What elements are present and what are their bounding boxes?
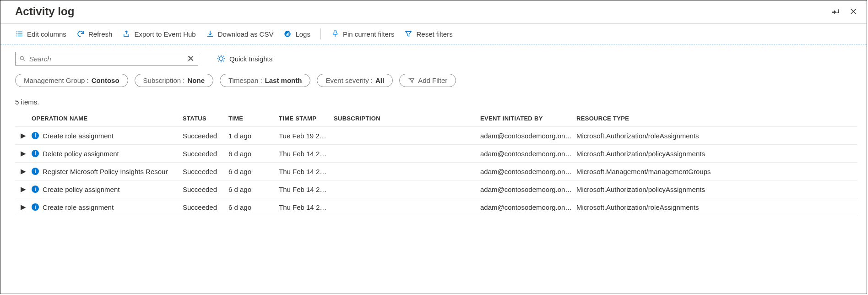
cell-initiated-by: adam@contosodemoorg.on… <box>480 132 576 140</box>
cell-time: 6 d ago <box>228 203 279 211</box>
info-icon: i <box>32 186 39 193</box>
cell-operation: Create role assignment <box>43 132 114 140</box>
col-status[interactable]: STATUS <box>183 115 228 122</box>
add-filter-label: Add Filter <box>418 76 447 84</box>
col-time[interactable]: TIME <box>228 115 279 122</box>
filter-management-group[interactable]: Management Group : Contoso <box>15 74 128 87</box>
toolbar-separator <box>320 28 321 39</box>
col-timestamp[interactable]: TIME STAMP <box>279 115 334 122</box>
cell-initiated-by: adam@contosodemoorg.on… <box>480 168 576 175</box>
download-label: Download as CSV <box>218 30 274 38</box>
page-title: Activity log <box>15 5 832 18</box>
expand-icon[interactable]: ▶ <box>21 167 26 175</box>
info-icon: i <box>32 168 39 175</box>
svg-rect-0 <box>16 32 17 33</box>
search-input[interactable] <box>26 55 187 63</box>
cell-operation: Delete policy assignment <box>43 150 119 158</box>
grid-header: OPERATION NAME STATUS TIME TIME STAMP SU… <box>15 109 857 127</box>
filter-sev-label: Event severity : <box>326 76 373 84</box>
svg-point-11 <box>219 57 223 60</box>
pin-filters-label: Pin current filters <box>343 30 395 38</box>
logs-button[interactable]: Logs <box>283 30 310 38</box>
edit-columns-label: Edit columns <box>27 30 66 38</box>
expand-icon[interactable]: ▶ <box>21 149 26 158</box>
cell-status: Succeeded <box>183 150 228 158</box>
reset-filters-button[interactable]: Reset filters <box>404 30 452 38</box>
cell-status: Succeeded <box>183 203 228 211</box>
close-icon[interactable] <box>849 7 857 16</box>
cell-resource-type: Microsoft.Authorization/policyAssignment… <box>576 150 782 158</box>
cell-time: 6 d ago <box>228 186 279 193</box>
filter-sub-label: Subscription : <box>143 76 185 84</box>
cell-time: 6 d ago <box>228 150 279 158</box>
filter-sub-value: None <box>187 76 205 84</box>
cell-status: Succeeded <box>183 132 228 140</box>
quick-insights-label: Quick Insights <box>229 55 272 63</box>
cell-time: 6 d ago <box>228 168 279 175</box>
info-icon: i <box>32 132 39 139</box>
svg-point-10 <box>20 56 23 60</box>
svg-rect-2 <box>16 36 17 37</box>
cell-initiated-by: adam@contosodemoorg.on… <box>480 203 576 211</box>
table-row[interactable]: ▶iRegister Microsoft Policy Insights Res… <box>15 163 857 180</box>
table-row[interactable]: ▶iCreate policy assignmentSucceeded6 d a… <box>15 180 857 198</box>
filter-mg-label: Management Group : <box>24 76 89 84</box>
search-input-wrapper[interactable]: ✕ <box>15 52 198 66</box>
cell-initiated-by: adam@contosodemoorg.on… <box>480 150 576 158</box>
svg-rect-1 <box>16 33 17 34</box>
expand-icon[interactable]: ▶ <box>21 185 26 193</box>
cell-timestamp: Thu Feb 14 2… <box>279 150 334 158</box>
activity-grid: OPERATION NAME STATUS TIME TIME STAMP SU… <box>0 109 867 216</box>
cell-status: Succeeded <box>183 168 228 175</box>
cell-resource-type: Microsoft.Authorization/policyAssignment… <box>576 186 782 193</box>
filter-mg-value: Contoso <box>92 76 119 84</box>
cell-timestamp: Thu Feb 14 2… <box>279 203 334 211</box>
filter-ts-label: Timespan : <box>228 76 262 84</box>
info-icon: i <box>32 150 39 157</box>
search-icon <box>19 55 26 62</box>
expand-icon[interactable]: ▶ <box>21 203 26 211</box>
col-initiated-by[interactable]: EVENT INITIATED BY <box>480 115 576 122</box>
add-filter-icon <box>408 77 415 84</box>
table-row[interactable]: ▶iDelete policy assignmentSucceeded6 d a… <box>15 145 857 163</box>
svg-rect-4 <box>18 33 22 34</box>
cell-timestamp: Tue Feb 19 2… <box>279 132 334 140</box>
svg-rect-5 <box>18 36 22 37</box>
filter-ts-value: Last month <box>265 76 302 84</box>
filter-severity[interactable]: Event severity : All <box>317 74 393 87</box>
clear-search-icon[interactable]: ✕ <box>187 54 194 64</box>
refresh-button[interactable]: Refresh <box>76 30 113 38</box>
items-count: 5 items. <box>0 90 867 109</box>
filter-sev-value: All <box>375 76 384 84</box>
edit-columns-button[interactable]: Edit columns <box>15 30 66 38</box>
info-icon: i <box>32 203 39 211</box>
cell-time: 1 d ago <box>228 132 279 140</box>
table-row[interactable]: ▶iCreate role assignmentSucceeded1 d ago… <box>15 127 857 145</box>
cell-timestamp: Thu Feb 14 2… <box>279 186 334 193</box>
add-filter-button[interactable]: Add Filter <box>399 74 456 87</box>
cell-resource-type: Microsoft.Management/managementGroups <box>576 168 782 175</box>
cell-initiated-by: adam@contosodemoorg.on… <box>480 186 576 193</box>
col-resource-type[interactable]: RESOURCE TYPE <box>576 115 782 122</box>
download-csv-button[interactable]: Download as CSV <box>206 30 274 38</box>
svg-rect-7 <box>286 34 287 36</box>
export-button[interactable]: Export to Event Hub <box>122 30 195 38</box>
expand-icon[interactable]: ▶ <box>21 131 26 140</box>
cell-timestamp: Thu Feb 14 2… <box>279 168 334 175</box>
table-row[interactable]: ▶iCreate role assignmentSucceeded6 d ago… <box>15 198 857 216</box>
pin-icon[interactable] <box>832 7 840 16</box>
col-operation[interactable]: OPERATION NAME <box>32 115 183 122</box>
cell-resource-type: Microsoft.Authorization/roleAssignments <box>576 132 782 140</box>
filter-subscription[interactable]: Subscription : None <box>135 74 213 87</box>
blade-header: Activity log <box>0 0 867 23</box>
cell-status: Succeeded <box>183 186 228 193</box>
filter-timespan[interactable]: Timespan : Last month <box>220 74 310 87</box>
quick-insights-button[interactable]: Quick Insights <box>217 54 272 63</box>
col-subscription[interactable]: SUBSCRIPTION <box>334 115 480 122</box>
cell-resource-type: Microsoft.Authorization/roleAssignments <box>576 203 782 211</box>
reset-filters-label: Reset filters <box>416 30 452 38</box>
svg-rect-8 <box>288 33 288 36</box>
svg-rect-3 <box>18 32 22 33</box>
pin-filters-button[interactable]: Pin current filters <box>331 30 395 38</box>
logs-label: Logs <box>295 30 310 38</box>
